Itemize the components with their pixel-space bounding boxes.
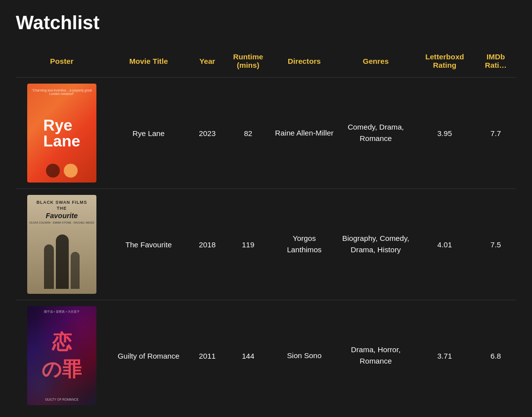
movie-imdb-rye-lane: 7.7 [475,78,516,189]
movie-year-favourite: 2018 [189,189,225,300]
poster-cell-favourite: BLACK SWAN FILMS The Favourite OLIVIA CO… [16,189,108,300]
poster-cell-rye-lane: "Charming and inventive... a properly gr… [16,78,108,189]
poster-favourite: BLACK SWAN FILMS The Favourite OLIVIA CO… [27,195,96,294]
page-title: Watchlist [16,12,516,34]
movie-lbxd-favourite: 4.01 [414,189,475,300]
movie-runtime-favourite: 119 [225,189,271,300]
table-row: "Charming and inventive... a properly gr… [16,78,516,189]
movies-table: Poster Movie Title Year Runtime (mins) D… [16,47,516,411]
col-header-imdb: IMDb Rati… [475,47,516,78]
col-header-directors: Directors [271,47,337,78]
poster-cell-guilty: 園子温 × 冨樫真 × 大谷直子 恋の罪 GUILTY OF ROMANCE [16,300,108,412]
col-header-year: Year [189,47,225,78]
movie-title-rye-lane: Rye Lane [108,78,189,189]
col-header-runtime: Runtime (mins) [225,47,271,78]
movie-director-guilty: Sion Sono [271,300,337,412]
movie-genres-guilty: Drama, Horror, Romance [338,300,414,412]
table-row: BLACK SWAN FILMS The Favourite OLIVIA CO… [16,189,516,300]
movie-genres-rye-lane: Comedy, Drama, Romance [338,78,414,189]
table-container: Poster Movie Title Year Runtime (mins) D… [16,47,516,411]
table-row: 園子温 × 冨樫真 × 大谷直子 恋の罪 GUILTY OF ROMANCE G… [16,300,516,412]
movie-genres-favourite: Biography, Comedy, Drama, History [338,189,414,300]
col-header-title: Movie Title [108,47,189,78]
movie-year-guilty: 2011 [189,300,225,412]
movie-lbxd-rye-lane: 3.95 [414,78,475,189]
movie-lbxd-guilty: 3.71 [414,300,475,412]
movie-runtime-rye-lane: 82 [225,78,271,189]
movie-director-rye-lane: Raine Allen-Miller [271,78,337,189]
col-header-letterboxd: Letterboxd Rating [414,47,475,78]
col-header-genres: Genres [338,47,414,78]
col-header-poster: Poster [16,47,108,78]
movie-title-favourite: The Favourite [108,189,189,300]
movie-director-favourite: Yorgos Lanthimos [271,189,337,300]
poster-rye-lane: "Charming and inventive... a properly gr… [27,84,96,183]
poster-guilty: 園子温 × 冨樫真 × 大谷直子 恋の罪 GUILTY OF ROMANCE [27,306,96,405]
page-wrapper: Watchlist Poster Movie Title Year Runtim… [0,0,532,417]
movie-year-rye-lane: 2023 [189,78,225,189]
movie-title-guilty: Guilty of Romance [108,300,189,412]
table-header-row: Poster Movie Title Year Runtime (mins) D… [16,47,516,78]
movie-runtime-guilty: 144 [225,300,271,412]
movie-imdb-guilty: 6.8 [475,300,516,412]
movie-imdb-favourite: 7.5 [475,189,516,300]
